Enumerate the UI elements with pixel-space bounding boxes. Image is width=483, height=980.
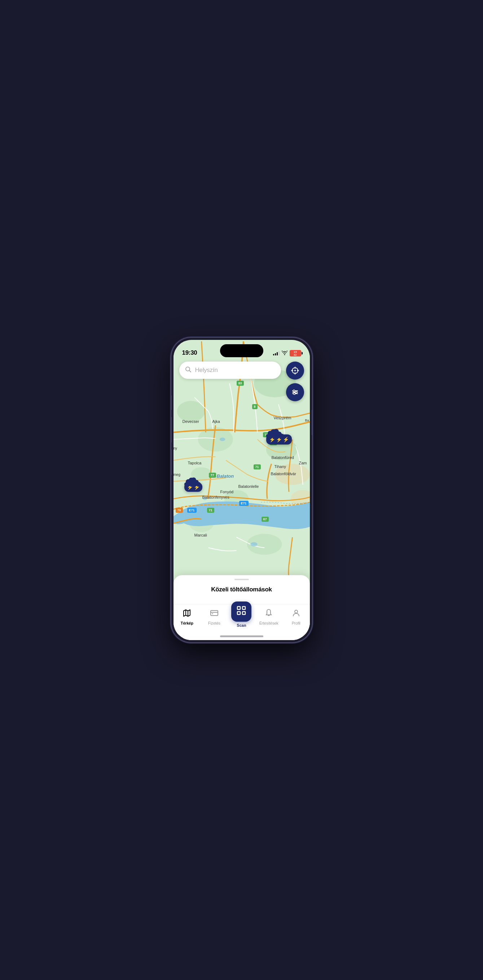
tab-ertesitesek[interactable]: Értesítések: [255, 609, 283, 625]
battery-top-number: 15: [294, 351, 297, 353]
bell-tab-icon: [264, 609, 273, 619]
home-indicator: [220, 635, 263, 637]
svg-point-12: [219, 438, 225, 441]
svg-rect-31: [211, 611, 218, 616]
road-badge-77-left: 77: [209, 473, 216, 478]
svg-point-38: [295, 610, 297, 613]
tab-fizetes[interactable]: Fizetés: [200, 609, 228, 625]
person-tab-icon: [292, 609, 300, 619]
location-button[interactable]: [286, 361, 304, 380]
cloud-icon-2: [183, 477, 203, 487]
status-time: 19:30: [182, 349, 197, 356]
highway-badge-76: 76: [176, 508, 183, 513]
station-marker-balatonfenyves[interactable]: ⚡ ⚡: [184, 482, 202, 492]
svg-rect-33: [212, 613, 213, 614]
map-controls: [286, 361, 304, 401]
cloud-icon-1: [264, 428, 286, 439]
power-button: [311, 410, 312, 435]
road-badge-8: 8: [252, 404, 257, 409]
wifi-icon: [282, 351, 288, 356]
status-right: 15 82: [273, 350, 301, 356]
svg-point-14: [203, 497, 207, 500]
tab-scan[interactable]: Scan: [228, 609, 256, 627]
svg-rect-37: [242, 612, 245, 614]
svg-rect-36: [237, 612, 240, 614]
station-marker-balatonfured[interactable]: ⚡ ⚡ ⚡: [266, 434, 292, 444]
dynamic-island: [220, 344, 263, 357]
map-tab-icon: [183, 609, 191, 619]
phone-frame: 19:30 15 8: [172, 338, 312, 642]
svg-point-10: [275, 464, 310, 485]
road-badge-71: 71: [254, 465, 261, 469]
sheet-title: Közeli töltőállomások: [173, 586, 310, 593]
scan-button[interactable]: [231, 601, 251, 622]
tab-profil[interactable]: Profil: [283, 609, 310, 625]
tab-terkep[interactable]: Térkép: [173, 609, 201, 625]
road-badge-83: 83: [237, 381, 244, 386]
svg-rect-35: [242, 606, 245, 609]
road-badge-71-bottom: 71: [207, 508, 214, 513]
svg-line-16: [189, 370, 191, 372]
sheet-handle: [235, 579, 249, 580]
map-area[interactable]: Pápa Devecser Ajka Veszprém Tapolca Bala…: [173, 340, 310, 575]
svg-point-28: [293, 393, 295, 395]
tab-profil-label: Profil: [292, 621, 300, 625]
highway-badge-e71-2: E71: [187, 508, 197, 513]
svg-point-13: [250, 542, 257, 547]
svg-point-18: [294, 370, 296, 371]
road-badge-67: 67: [262, 517, 269, 522]
tab-fizetes-label: Fizetés: [208, 621, 221, 625]
filter-button[interactable]: [286, 383, 304, 401]
bottom-sheet: Közeli töltőállomások Térkép: [173, 575, 310, 640]
phone-screen: 19:30 15 8: [173, 340, 310, 640]
search-bar[interactable]: Helyszín: [179, 361, 281, 379]
search-icon: [185, 366, 192, 374]
svg-point-27: [295, 391, 297, 393]
battery-bottom-number: 82: [294, 353, 297, 356]
tab-ertesitesek-label: Értesítések: [259, 621, 278, 625]
tab-scan-label: Scan: [237, 623, 246, 627]
signal-bar-2: [275, 353, 276, 355]
svg-point-26: [293, 390, 295, 392]
highway-badge-e71: E71: [239, 501, 248, 506]
signal-bar-4: [278, 351, 280, 355]
signal-bar-1: [273, 354, 274, 355]
signal-bars-icon: [273, 351, 280, 355]
scan-icon: [237, 606, 246, 617]
signal-bar-3: [276, 352, 278, 355]
svg-rect-34: [237, 606, 240, 609]
tab-bar: Térkép Fizetés: [173, 604, 310, 640]
search-placeholder: Helyszín: [195, 367, 218, 374]
card-tab-icon: [210, 609, 219, 619]
battery-icon: 15 82: [290, 350, 301, 356]
tab-terkep-label: Térkép: [181, 621, 193, 625]
